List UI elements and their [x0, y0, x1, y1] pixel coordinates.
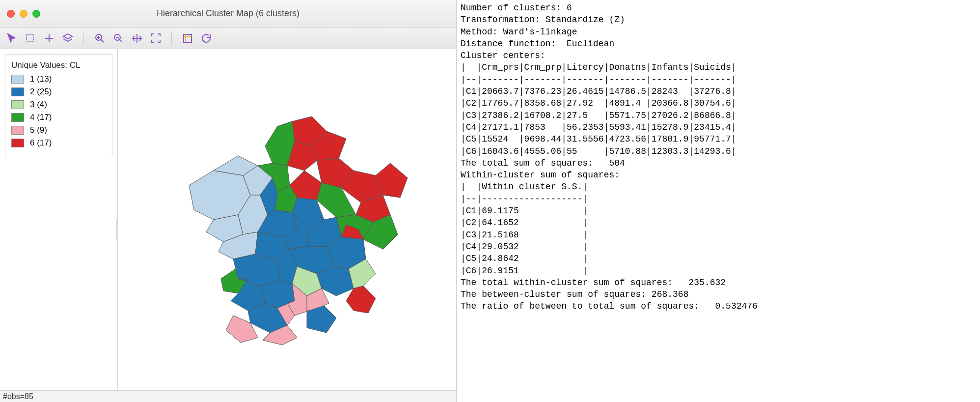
titlebar[interactable]: Hierarchical Cluster Map (6 clusters) — [0, 0, 456, 28]
legend-item[interactable]: 4 (17) — [11, 113, 106, 122]
report-line: Within-cluster sum of squares: — [461, 169, 976, 181]
window-controls — [7, 10, 40, 18]
report-line: |C2|64.1652 | — [461, 217, 976, 229]
legend-box: Unique Values: CL 1 (13)2 (25)3 (4)4 (17… — [5, 54, 112, 157]
report-line: The between-cluster sum of squares: 268.… — [461, 288, 976, 300]
layers-button[interactable] — [61, 31, 75, 45]
maximize-icon[interactable] — [32, 10, 40, 18]
report-line: |C3|27386.2|16708.2|27.5 |5571.75|27026.… — [461, 110, 976, 121]
report-line: |C5|24.8642 | — [461, 253, 976, 264]
refresh-button[interactable] — [199, 31, 213, 45]
report-line: |C1|20663.7|7376.23|26.4615|14786.5|2824… — [461, 86, 976, 97]
window-title: Hierarchical Cluster Map (6 clusters) — [0, 8, 456, 19]
france-map[interactable] — [160, 92, 415, 347]
svg-marker-47 — [346, 286, 376, 313]
legend-label: 6 (17) — [30, 138, 52, 148]
cluster-report[interactable]: Number of clusters: 6Transformation: Sta… — [457, 0, 980, 402]
report-line: |--|-------|-------|-------|-------|----… — [461, 74, 976, 86]
report-line: |C4|27171.1|7853 |56.2353|5593.41|15278.… — [461, 121, 976, 133]
report-line: |C4|29.0532 | — [461, 241, 976, 253]
legend-item[interactable]: 6 (17) — [11, 138, 106, 148]
legend-item[interactable]: 5 (9) — [11, 125, 106, 135]
report-line: |C6|26.9151 | — [461, 265, 976, 277]
select-area-button[interactable] — [181, 31, 194, 45]
minimize-icon[interactable] — [20, 10, 27, 18]
fit-extent-button[interactable] — [149, 31, 163, 45]
obs-count: #obs=85 — [3, 392, 33, 401]
legend-label: 2 (25) — [30, 87, 52, 97]
toolbar-separator — [171, 31, 172, 45]
report-line: | |Within cluster S.S.| — [461, 181, 976, 193]
report-line: | |Crm_prs|Crm_prp|Litercy|Donatns|Infan… — [461, 61, 976, 73]
legend-swatch — [11, 87, 24, 96]
map-canvas[interactable] — [118, 49, 456, 390]
svg-rect-3 — [184, 34, 191, 42]
report-line: The total within-cluster sum of squares:… — [461, 277, 976, 288]
zoom-in-button[interactable] — [93, 31, 107, 45]
legend-pane: Unique Values: CL 1 (13)2 (25)3 (4)4 (17… — [0, 49, 118, 390]
report-line: |C5|15524 |9698.44|31.5556|4723.56|17801… — [461, 133, 976, 145]
report-line: Number of clusters: 6 — [461, 2, 976, 14]
add-cross-button[interactable] — [42, 31, 56, 45]
pointer-tool-button[interactable] — [5, 31, 19, 45]
report-line: Distance function: Euclidean — [461, 38, 976, 50]
report-line: |C3|21.5168 | — [461, 229, 976, 241]
toolbar-separator — [83, 31, 84, 45]
status-bar: #obs=85 — [0, 390, 456, 402]
legend-swatch — [11, 100, 24, 109]
report-line: Transformation: Standardize (Z) — [461, 14, 976, 26]
report-line: |C6|16043.6|4555.06|55 |5710.88|12303.3|… — [461, 145, 976, 157]
legend-swatch — [11, 139, 24, 147]
report-line: |C2|17765.7|8358.68|27.92 |4891.4 |20366… — [461, 97, 976, 109]
legend-swatch — [11, 113, 24, 122]
report-line: Cluster centers: — [461, 50, 976, 61]
report-line: Method: Ward's-linkage — [461, 26, 976, 38]
report-line: |C1|69.1175 | — [461, 205, 976, 217]
svg-rect-0 — [27, 34, 33, 41]
map-window: Hierarchical Cluster Map (6 clusters) — [0, 0, 457, 402]
legend-title: Unique Values: CL — [11, 60, 106, 70]
zoom-out-button[interactable] — [111, 31, 125, 45]
select-rect-button[interactable] — [24, 31, 37, 45]
legend-item[interactable]: 3 (4) — [11, 100, 106, 110]
legend-label: 3 (4) — [30, 100, 47, 110]
legend-label: 1 (13) — [30, 74, 52, 84]
legend-swatch — [11, 126, 24, 135]
legend-item[interactable]: 2 (25) — [11, 87, 106, 97]
legend-label: 4 (17) — [30, 113, 52, 122]
legend-item[interactable]: 1 (13) — [11, 74, 106, 84]
report-line: The total sum of squares: 504 — [461, 157, 976, 169]
app-root: Hierarchical Cluster Map (6 clusters) — [0, 0, 980, 402]
report-line: The ratio of between to total sum of squ… — [461, 300, 976, 312]
legend-label: 5 (9) — [30, 125, 47, 135]
close-icon[interactable] — [7, 10, 15, 18]
toolbar — [0, 28, 456, 49]
report-line: |--|-------------------| — [461, 193, 976, 205]
map-content: Unique Values: CL 1 (13)2 (25)3 (4)4 (17… — [0, 49, 456, 390]
pan-button[interactable] — [130, 31, 144, 45]
legend-swatch — [11, 75, 24, 84]
